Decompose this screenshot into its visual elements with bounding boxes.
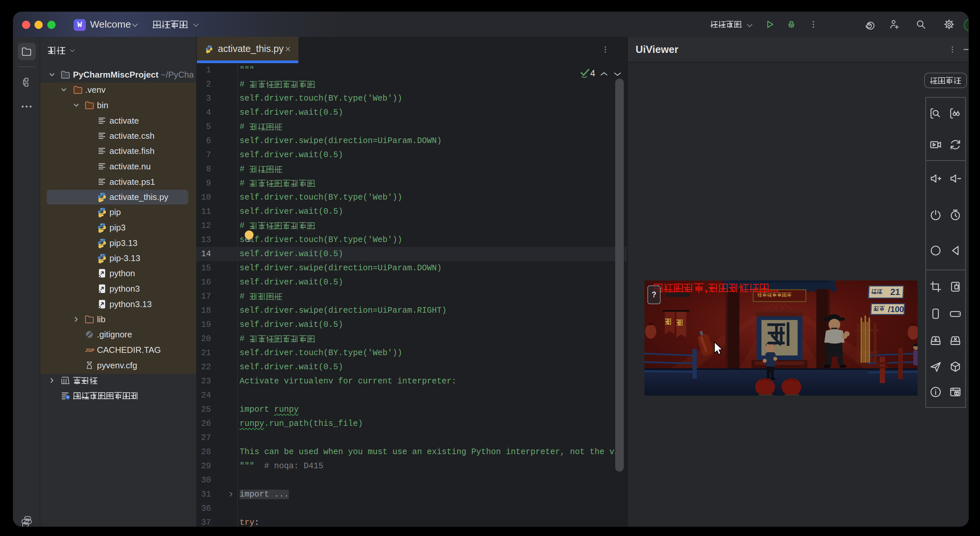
svg-text:JSP: JSP bbox=[85, 347, 94, 353]
